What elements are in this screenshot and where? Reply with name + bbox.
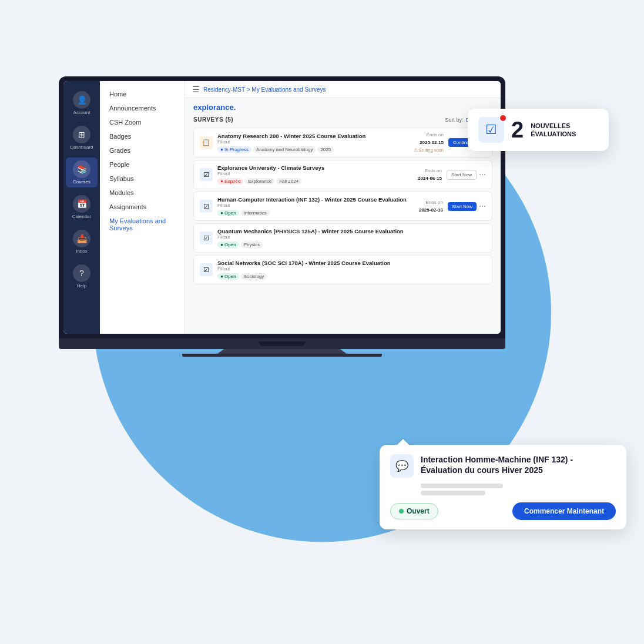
ouvert-button[interactable]: Ouvert bbox=[390, 503, 438, 519]
sidebar-item-label-dashboard: Dashboard bbox=[70, 145, 93, 150]
survey-list: 📋 Anatomy Research 200 - Winter 2025 Cou… bbox=[193, 128, 492, 284]
survey-name-1: Anatomy Research 200 - Winter 2025 Cours… bbox=[217, 133, 409, 139]
survey-right-2: Ends on 2024-06-15 bbox=[418, 168, 442, 181]
tag-sociology: Sociology bbox=[241, 273, 267, 280]
survey-name-3: Human-Computer Interaction (INF 132) - W… bbox=[217, 196, 414, 203]
hamburger-icon: ☰ bbox=[192, 85, 200, 94]
inbox-icon: 📥 bbox=[73, 230, 90, 247]
survey-icon-1: 📋 bbox=[200, 136, 213, 149]
start-now-button-2[interactable]: Start Now bbox=[447, 170, 477, 180]
survey-item-social: ☑ Social Networks (SOC SCI 178A) - Winte… bbox=[193, 255, 492, 284]
warning-icon: ⚠ bbox=[414, 147, 418, 153]
survey-icon-3: ☑ bbox=[200, 200, 213, 213]
laptop-notch bbox=[259, 341, 306, 346]
nav-item-grades[interactable]: Grades bbox=[100, 143, 185, 157]
sidebar-item-inbox[interactable]: 📥 Inbox bbox=[66, 227, 98, 257]
start-now-button-3[interactable]: Start Now bbox=[448, 202, 477, 211]
survey-info-1: Anatomy Research 200 - Winter 2025 Cours… bbox=[217, 133, 409, 153]
dashboard-icon: ⊞ bbox=[73, 126, 90, 143]
tag-anatomy: Anatomy and Neurobiology bbox=[253, 146, 316, 153]
nav-item-evaluations[interactable]: My Evaluations and Surveys bbox=[100, 214, 185, 235]
sidebar-item-label-inbox: Inbox bbox=[76, 249, 88, 254]
surveys-title: SURVEYS (5) bbox=[193, 116, 233, 123]
tag-informatics: Informatics bbox=[241, 210, 270, 216]
nav-item-home[interactable]: Home bbox=[100, 87, 185, 101]
detail-line-2 bbox=[421, 491, 485, 495]
nav-item-people[interactable]: People bbox=[100, 157, 185, 172]
survey-subtitle-1: Fillout bbox=[217, 139, 409, 145]
survey-info-2: Explorance University - Climate Surveys … bbox=[217, 165, 413, 185]
survey-detail-card: 💬 Interaction Homme-Machine (INF 132) - … bbox=[380, 445, 626, 529]
survey-right-1: Ends on 2025-02-15 ⚠ Ending soon bbox=[414, 132, 444, 153]
sidebar-item-courses[interactable]: 📚 Courses bbox=[66, 157, 98, 187]
survey-icon-2: ☑ bbox=[200, 168, 213, 181]
survey-actions-3: Start Now ⋯ bbox=[448, 202, 486, 211]
survey-subtitle-5: Fillout bbox=[217, 266, 486, 271]
top-bar: ☰ Residency-MST > My Evaluations and Sur… bbox=[185, 81, 501, 98]
survey-subtitle-2: Fillout bbox=[217, 171, 413, 176]
survey-icon-4: ☑ bbox=[200, 232, 213, 244]
survey-item-quantum: ☑ Quantum Mechanics (PHYSICS 125A) - Win… bbox=[193, 223, 492, 253]
tag-2025: 2025 bbox=[317, 146, 334, 153]
main-area: Home Announcements CSH Zoom Badges Grade… bbox=[100, 81, 501, 334]
content-inner: explorance. SURVEYS (5) Sort by: Due dat… bbox=[185, 98, 501, 334]
notification-number: 2 bbox=[511, 119, 524, 141]
detail-header: 💬 Interaction Homme-Machine (INF 132) - … bbox=[390, 454, 616, 478]
survey-item-climate: ☑ Explorance University - Climate Survey… bbox=[193, 160, 492, 189]
tag-expired: ● Expired bbox=[217, 178, 243, 185]
laptop-foot bbox=[182, 354, 382, 357]
survey-tags-3: ● Open Informatics bbox=[217, 210, 414, 216]
tag-open-4: ● Open bbox=[217, 242, 239, 248]
left-nav: Home Announcements CSH Zoom Badges Grade… bbox=[100, 81, 185, 334]
nav-item-csh-zoom[interactable]: CSH Zoom bbox=[100, 115, 185, 129]
tag-in-progress: ● In Progress bbox=[217, 146, 251, 153]
content-area: ☰ Residency-MST > My Evaluations and Sur… bbox=[185, 81, 501, 334]
more-options-icon-2[interactable]: ⋯ bbox=[479, 170, 486, 179]
explorance-logo: explorance. bbox=[193, 103, 492, 112]
detail-line-1 bbox=[421, 484, 503, 488]
survey-right-3: Ends on 2025-02-16 bbox=[419, 200, 443, 213]
tag-fall2024: Fall 2024 bbox=[276, 178, 301, 185]
nav-item-announcements[interactable]: Announcements bbox=[100, 101, 185, 115]
courses-icon: 📚 bbox=[73, 160, 90, 178]
survey-actions-2: Start Now ⋯ bbox=[447, 170, 486, 180]
calendar-icon: 📅 bbox=[73, 195, 90, 213]
nav-item-assignments[interactable]: Assignments bbox=[100, 200, 185, 214]
survey-info-4: Quantum Mechanics (PHYSICS 125A) - Winte… bbox=[217, 228, 486, 248]
screen-content: 👤 Account ⊞ Dashboard 📚 Courses 📅 Calend… bbox=[63, 81, 501, 334]
nav-item-badges[interactable]: Badges bbox=[100, 129, 185, 143]
more-options-icon-3[interactable]: ⋯ bbox=[479, 202, 486, 210]
detail-footer: Ouvert Commencer Maintenant bbox=[390, 502, 616, 520]
sidebar-item-dashboard[interactable]: ⊞ Dashboard bbox=[66, 123, 98, 153]
survey-name-2: Explorance University - Climate Surveys bbox=[217, 165, 413, 171]
breadcrumb: Residency-MST > My Evaluations and Surve… bbox=[203, 86, 326, 93]
survey-tags-5: ● Open Sociology bbox=[217, 273, 486, 280]
help-icon: ? bbox=[73, 264, 90, 282]
sidebar-item-label-account: Account bbox=[73, 110, 90, 115]
survey-icon-5: ☑ bbox=[200, 263, 213, 276]
detail-title: Interaction Homme-Machine (INF 132) - Év… bbox=[421, 454, 616, 475]
survey-tags-1: ● In Progress Anatomy and Neurobiology 2… bbox=[217, 146, 409, 153]
ouvert-dot bbox=[399, 509, 404, 514]
sidebar: 👤 Account ⊞ Dashboard 📚 Courses 📅 Calend… bbox=[63, 81, 100, 334]
sidebar-item-account[interactable]: 👤 Account bbox=[66, 88, 98, 118]
nav-item-modules[interactable]: Modules bbox=[100, 186, 185, 200]
survey-subtitle-4: Fillout bbox=[217, 234, 486, 240]
sidebar-item-label-calendar: Calendar bbox=[72, 214, 91, 219]
laptop: 👤 Account ⊞ Dashboard 📚 Courses 📅 Calend… bbox=[59, 76, 505, 357]
survey-item-hci: ☑ Human-Computer Interaction (INF 132) -… bbox=[193, 192, 492, 221]
tag-open-5: ● Open bbox=[217, 273, 239, 280]
survey-tags-4: ● Open Physics bbox=[217, 242, 486, 248]
sidebar-item-label-help: Help bbox=[77, 283, 86, 289]
survey-name-4: Quantum Mechanics (PHYSICS 125A) - Winte… bbox=[217, 228, 486, 234]
sidebar-item-help[interactable]: ? Help bbox=[66, 261, 98, 291]
account-icon: 👤 bbox=[73, 91, 90, 109]
notification-badge bbox=[499, 114, 507, 122]
ending-soon-indicator: ⚠ Ending soon bbox=[414, 147, 444, 153]
survey-tags-2: ● Expired Explorance Fall 2024 bbox=[217, 178, 413, 185]
sidebar-item-calendar[interactable]: 📅 Calendar bbox=[66, 192, 98, 222]
screen-bezel: 👤 Account ⊞ Dashboard 📚 Courses 📅 Calend… bbox=[59, 76, 505, 338]
commencer-button[interactable]: Commencer Maintenant bbox=[512, 502, 616, 520]
tag-explorance: Explorance bbox=[245, 178, 274, 185]
nav-item-syllabus[interactable]: Syllabus bbox=[100, 172, 185, 186]
